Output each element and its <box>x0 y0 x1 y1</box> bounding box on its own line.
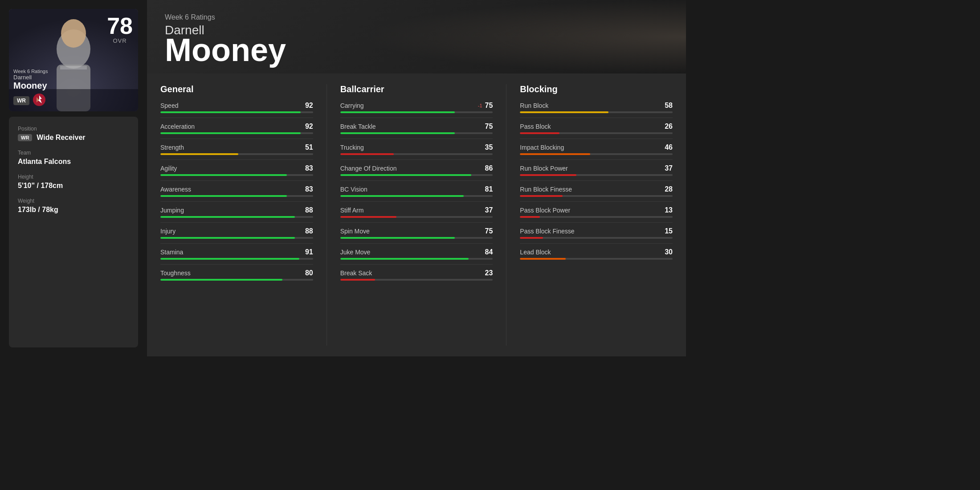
general-column: General Speed 92 <box>160 84 313 346</box>
stat-bar-fill <box>340 279 376 281</box>
stat-bar-track <box>160 132 313 134</box>
stat-bar-track <box>520 195 673 197</box>
stat-header: Jumping 88 <box>160 206 313 214</box>
divider-1 <box>327 84 327 346</box>
stat-value: 88 <box>305 206 313 214</box>
stat-bar-fill <box>340 111 455 113</box>
stat-header: Juke Move 84 <box>340 248 493 256</box>
stat-bar-track <box>340 237 493 239</box>
svg-rect-5 <box>60 66 87 69</box>
stat-row: Break Sack 23 <box>340 269 493 285</box>
stat-header: Lead Block 30 <box>520 248 673 256</box>
stat-row: Run Block Finesse 28 <box>520 185 673 202</box>
stat-bar-fill <box>160 258 299 260</box>
stat-value-wrapper: 92 <box>305 102 313 110</box>
stat-value-wrapper: 92 <box>305 122 313 131</box>
stat-bar-fill <box>340 132 455 134</box>
stat-value: 80 <box>305 269 313 277</box>
stat-header: Awareness 83 <box>160 185 313 193</box>
stat-bar-track <box>340 216 493 218</box>
stat-value-wrapper: 23 <box>485 269 493 277</box>
stat-value-wrapper: 91 <box>305 248 313 256</box>
stat-bar-track <box>520 237 673 239</box>
stat-bar-fill <box>520 237 543 239</box>
stat-value-wrapper: 58 <box>665 102 673 110</box>
stat-name: Awareness <box>160 186 191 193</box>
stat-value-wrapper: 88 <box>305 206 313 214</box>
svg-point-4 <box>61 19 86 48</box>
player-card: 78 OVR Week 6 Ratings Darnell Mooney WR <box>9 9 138 111</box>
stat-bar-fill <box>520 174 576 176</box>
stat-row: Pass Block Finesse 15 <box>520 227 673 244</box>
stat-value-wrapper: 84 <box>485 248 493 256</box>
stat-header: Break Sack 23 <box>340 269 493 277</box>
stat-value-wrapper: -1 75 <box>478 102 493 110</box>
stat-value-wrapper: 51 <box>305 143 313 151</box>
stat-value-wrapper: 37 <box>665 164 673 172</box>
stat-name: Injury <box>160 228 176 235</box>
stat-value-wrapper: 75 <box>485 122 493 131</box>
stat-value-wrapper: 75 <box>485 227 493 235</box>
stat-name: Lead Block <box>520 249 551 256</box>
stat-bar-fill <box>340 237 455 239</box>
stat-value: 88 <box>305 227 313 235</box>
stat-header: Run Block Finesse 28 <box>520 185 673 193</box>
stat-value: 81 <box>485 185 493 193</box>
stat-value: 37 <box>665 164 673 172</box>
stat-value-wrapper: 88 <box>305 227 313 235</box>
hero-header: Week 6 Ratings Darnell Mooney <box>147 0 686 74</box>
stat-name: Run Block Finesse <box>520 186 572 193</box>
stat-row: Jumping 88 <box>160 206 313 223</box>
stat-bar-track <box>160 174 313 176</box>
stat-value: 91 <box>305 248 313 256</box>
stat-value-wrapper: 86 <box>485 164 493 172</box>
stat-value-wrapper: 80 <box>305 269 313 277</box>
position-value: Wide Receiver <box>37 134 85 142</box>
stat-value: 35 <box>485 143 493 151</box>
stat-value-wrapper: 13 <box>665 206 673 214</box>
stats-area: General Speed 92 <box>147 74 686 356</box>
card-footer: Week 6 Ratings Darnell Mooney WR <box>13 69 48 108</box>
stat-bar-fill <box>160 111 301 113</box>
team-value: Atlanta Falcons <box>18 158 129 166</box>
stat-name: Pass Block Finesse <box>520 228 574 235</box>
stat-bar-fill <box>160 174 287 176</box>
stat-row: Impact Blocking 46 <box>520 143 673 160</box>
stat-bar-track <box>520 153 673 155</box>
stat-header: Spin Move 75 <box>340 227 493 235</box>
stat-value-wrapper: 26 <box>665 122 673 131</box>
stat-bar-fill <box>160 279 282 281</box>
stat-header: Pass Block 26 <box>520 122 673 131</box>
stat-name: BC Vision <box>340 186 368 193</box>
stat-value-wrapper: 30 <box>665 248 673 256</box>
stat-name: Run Block Power <box>520 165 568 172</box>
stat-value-wrapper: 81 <box>485 185 493 193</box>
stat-row: Run Block Power 37 <box>520 164 673 181</box>
stat-header: Speed 92 <box>160 102 313 110</box>
stat-value-wrapper: 83 <box>305 164 313 172</box>
stat-row: Lead Block 30 <box>520 248 673 264</box>
stat-bar-track <box>340 195 493 197</box>
stat-name: Juke Move <box>340 249 371 256</box>
stat-bar-fill <box>520 153 590 155</box>
position-row: Position WR Wide Receiver <box>18 126 129 142</box>
stat-header: Pass Block Finesse 15 <box>520 227 673 235</box>
stat-row: Stiff Arm 37 <box>340 206 493 223</box>
stat-header: BC Vision 81 <box>340 185 493 193</box>
ballcarrier-stats: Carrying -1 75 Break Tackle <box>340 102 493 285</box>
stat-header: Injury 88 <box>160 227 313 235</box>
stat-bar-track <box>520 216 673 218</box>
stat-name: Impact Blocking <box>520 144 564 151</box>
stat-bar-track <box>340 111 493 113</box>
position-label: Position <box>18 126 129 132</box>
divider-2 <box>506 84 506 346</box>
general-title: General <box>160 84 313 94</box>
stat-header: Stamina 91 <box>160 248 313 256</box>
stat-header: Strength 51 <box>160 143 313 151</box>
stat-bar-track <box>160 111 313 113</box>
stat-value-wrapper: 35 <box>485 143 493 151</box>
stat-name: Jumping <box>160 207 184 214</box>
stat-value: 26 <box>665 122 673 131</box>
stat-name: Break Tackle <box>340 123 376 130</box>
stat-name: Pass Block <box>520 123 551 130</box>
